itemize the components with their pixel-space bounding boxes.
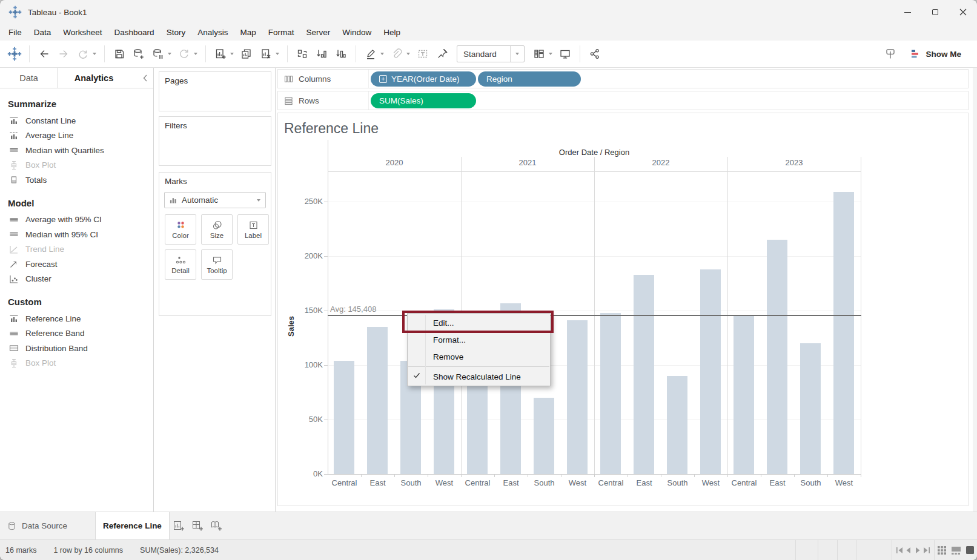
- menu-story[interactable]: Story: [161, 25, 192, 39]
- bar-2020-central[interactable]: [334, 361, 354, 474]
- new-worksheet-button[interactable]: [170, 512, 188, 539]
- pill-region[interactable]: Region: [478, 71, 581, 87]
- close-button[interactable]: [949, 0, 977, 24]
- replay-button[interactable]: [73, 44, 93, 64]
- swap-rows-columns-button[interactable]: [293, 44, 312, 64]
- analytics-item-reference-line[interactable]: Reference Line: [0, 311, 153, 326]
- bar-2022-south[interactable]: [667, 376, 687, 474]
- bar-2023-west[interactable]: [833, 192, 854, 474]
- context-menu-item-edit-[interactable]: Edit...: [408, 314, 550, 331]
- context-menu-item-format-[interactable]: Format...: [408, 331, 550, 348]
- fit-selector[interactable]: Standard: [457, 45, 525, 62]
- menu-server[interactable]: Server: [300, 25, 336, 39]
- menu-help[interactable]: Help: [377, 25, 406, 39]
- year-header-2023[interactable]: 2023: [727, 158, 861, 167]
- mark-button-detail[interactable]: Detail: [165, 249, 196, 280]
- maximize-button[interactable]: [921, 0, 949, 24]
- mark-button-tooltip[interactable]: Tooltip: [201, 249, 233, 280]
- mark-button-color[interactable]: Color: [165, 214, 196, 245]
- dropdown-caret-icon[interactable]: [276, 53, 279, 55]
- show-me-button[interactable]: Show Me: [911, 49, 961, 59]
- menu-window[interactable]: Window: [336, 25, 377, 39]
- analytics-item-constant-line[interactable]: Constant Line: [0, 113, 153, 128]
- share-button[interactable]: [585, 44, 604, 64]
- sheet-title[interactable]: Reference Line: [284, 120, 379, 137]
- dropdown-caret-icon[interactable]: [194, 53, 197, 55]
- bar-2022-west[interactable]: [700, 269, 721, 474]
- new-data-source-button[interactable]: [129, 44, 148, 64]
- menu-map[interactable]: Map: [234, 25, 262, 39]
- analytics-item-reference-band[interactable]: Reference Band: [0, 326, 153, 341]
- mark-button-size[interactable]: Size: [201, 214, 233, 245]
- worksheet-tooltip-button[interactable]: [881, 44, 900, 64]
- bar-2021-west[interactable]: [567, 320, 588, 474]
- context-menu-item-remove[interactable]: Remove: [408, 348, 550, 365]
- dropdown-caret-icon[interactable]: [230, 53, 234, 55]
- rows-shelf[interactable]: Rows SUM(Sales): [277, 91, 969, 110]
- show-hide-cards-button[interactable]: [529, 44, 549, 64]
- pages-shelf[interactable]: Pages: [159, 71, 271, 111]
- view-switcher[interactable]: [934, 540, 977, 560]
- clear-sheet-button[interactable]: [256, 44, 276, 64]
- save-button[interactable]: [110, 44, 129, 64]
- undo-button[interactable]: [35, 44, 54, 64]
- analytics-item-average-with-95-ci[interactable]: Average with 95% CI: [0, 212, 153, 228]
- fit-selector-caret[interactable]: [510, 46, 524, 62]
- minimize-button[interactable]: [893, 0, 921, 24]
- tableau-home-button[interactable]: [5, 44, 24, 64]
- analytics-item-cluster[interactable]: Cluster: [0, 272, 153, 287]
- bar-2021-south[interactable]: [534, 398, 554, 474]
- columns-shelf[interactable]: Columns +YEAR(Order Date)Region: [277, 69, 969, 88]
- y-axis-title[interactable]: Sales: [286, 316, 296, 337]
- redo-button[interactable]: [54, 44, 73, 64]
- bar-2023-east[interactable]: [767, 240, 787, 474]
- dropdown-caret-icon[interactable]: [380, 53, 384, 55]
- dropdown-caret-icon[interactable]: [168, 53, 171, 55]
- bar-2022-central[interactable]: [600, 313, 621, 474]
- data-source-tab[interactable]: Data Source: [0, 512, 96, 539]
- mark-button-label[interactable]: Label: [237, 214, 269, 245]
- analytics-item-average-line[interactable]: Average Line: [0, 128, 153, 143]
- analytics-item-median-with-95-ci[interactable]: Median with 95% CI: [0, 227, 153, 242]
- context-menu-item-show-recalculated-line[interactable]: Show Recalculated Line: [408, 368, 550, 385]
- filters-shelf[interactable]: Filters: [159, 116, 271, 166]
- menu-worksheet[interactable]: Worksheet: [57, 25, 108, 39]
- presentation-mode-button[interactable]: [555, 44, 575, 64]
- reference-line-label[interactable]: Avg: 145,408: [330, 305, 376, 314]
- analytics-item-median-with-quartiles[interactable]: Median with Quartiles: [0, 143, 153, 158]
- menu-analysis[interactable]: Analysis: [191, 25, 234, 39]
- tab-data[interactable]: Data: [0, 68, 58, 88]
- sort-ascending-button[interactable]: [312, 44, 331, 64]
- menu-data[interactable]: Data: [28, 25, 58, 39]
- bar-2023-south[interactable]: [800, 343, 821, 474]
- menu-dashboard[interactable]: Dashboard: [108, 25, 161, 39]
- bar-2023-central[interactable]: [734, 315, 754, 474]
- dropdown-caret-icon[interactable]: [549, 53, 552, 55]
- attach-button[interactable]: [387, 44, 406, 64]
- new-worksheet-button[interactable]: [211, 44, 230, 64]
- pause-updates-button[interactable]: [148, 44, 168, 64]
- analytics-item-distribution-band[interactable]: Distribution Band: [0, 341, 153, 356]
- sheet-tab-reference-line[interactable]: Reference Line: [96, 512, 170, 539]
- highlight-button[interactable]: [361, 44, 380, 64]
- year-header-2022[interactable]: 2022: [594, 158, 727, 167]
- pill-sum-sales-[interactable]: SUM(Sales): [371, 93, 476, 108]
- column-field-header[interactable]: Order Date / Region: [328, 148, 861, 157]
- page-navigation[interactable]: [892, 540, 934, 560]
- new-dashboard-button[interactable]: [188, 512, 207, 539]
- mark-type-caret[interactable]: [252, 193, 265, 208]
- analytics-item-totals[interactable]: Totals: [0, 173, 153, 188]
- text-label-button[interactable]: [413, 44, 432, 64]
- sort-descending-button[interactable]: [331, 44, 351, 64]
- bar-2020-east[interactable]: [367, 327, 388, 474]
- refresh-button[interactable]: [174, 44, 194, 64]
- expand-icon[interactable]: +: [379, 75, 387, 83]
- menu-file[interactable]: File: [2, 25, 28, 39]
- duplicate-sheet-button[interactable]: [237, 44, 256, 64]
- new-story-button[interactable]: [207, 512, 226, 539]
- menu-format[interactable]: Format: [262, 25, 300, 39]
- dropdown-caret-icon[interactable]: [93, 53, 96, 55]
- dropdown-caret-icon[interactable]: [406, 53, 410, 55]
- pin-button[interactable]: [432, 44, 452, 64]
- tab-analytics[interactable]: Analytics: [58, 68, 130, 88]
